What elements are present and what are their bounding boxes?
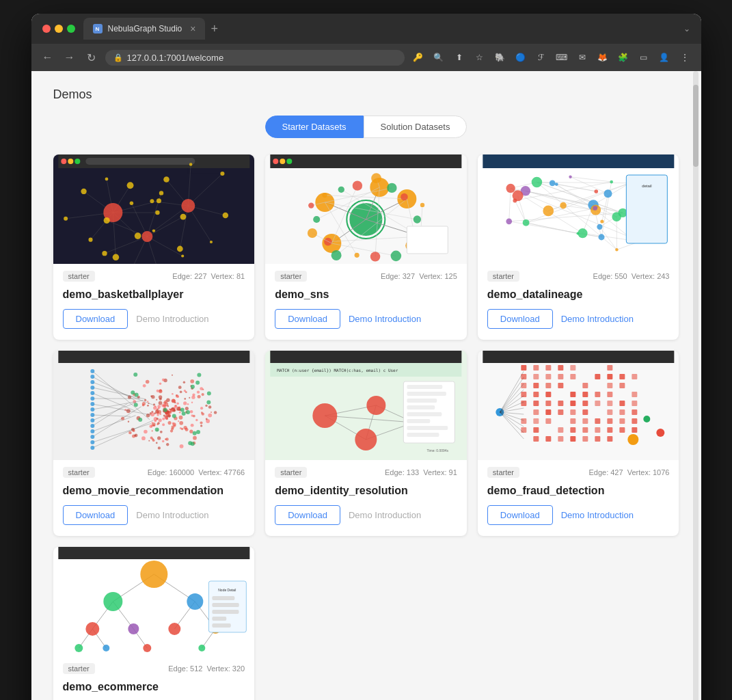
download-button[interactable]: Download [487,505,553,525]
svg-rect-507 [619,401,625,406]
svg-point-289 [178,386,181,389]
svg-text:Node Detail: Node Detail [218,588,236,592]
refresh-button[interactable]: ↻ [83,51,100,64]
svg-point-44 [102,251,107,256]
avatar-icon[interactable]: 👤 [656,49,673,66]
svg-rect-524 [619,418,625,424]
forward-button[interactable]: → [62,51,78,64]
svg-point-327 [156,412,159,414]
svg-point-3 [74,159,80,164]
browser-tab[interactable]: N NebulaGraph Studio × [83,18,206,40]
demo-badge: starter [275,271,307,282]
demo-stats: Edge: 133 Vertex: 91 [385,468,457,476]
demo-preview-demo_movie_recommendation [53,351,255,460]
svg-point-455 [366,396,385,415]
search-icon[interactable]: 🔍 [431,49,447,66]
svg-rect-511 [558,409,563,415]
svg-point-389 [196,390,199,393]
svg-rect-526 [521,427,526,433]
svg-rect-504 [582,401,588,406]
ext4-icon[interactable]: ⌨ [554,49,570,66]
star-icon[interactable]: ☆ [472,49,488,66]
svg-point-359 [190,424,193,427]
svg-point-56 [180,214,186,220]
svg-rect-58 [270,154,461,168]
svg-rect-462 [407,405,435,409]
svg-point-48 [81,189,86,194]
svg-point-178 [555,183,558,186]
svg-rect-505 [595,401,600,406]
svg-point-348 [159,389,161,392]
demo-card-demo_sns: starter Edge: 327 Vertex: 125 demo_sns D… [265,154,467,340]
svg-point-181 [612,212,621,221]
svg-text:Time: 0.0094s: Time: 0.0094s [427,448,449,453]
starter-datasets-tab[interactable]: Starter Datasets [265,116,364,138]
ext5-icon[interactable]: ✉ [574,49,591,66]
url-text: 127.0.0.1:7001/welcome [127,53,224,63]
close-button[interactable] [42,25,51,33]
demo-card-demo_ecommerce: Node Detail starter Edge: 512 Vertex: 32… [53,547,255,700]
download-button[interactable]: Download [487,309,553,329]
maximize-button[interactable] [67,25,75,33]
svg-point-572 [187,593,203,610]
svg-rect-490 [619,383,625,388]
svg-line-395 [92,371,150,420]
demo-name: demo_fraud_detection [478,481,679,505]
svg-line-147 [570,177,611,182]
demo-intro-button[interactable]: Demo Introduction [349,314,421,324]
address-bar[interactable]: 🔒 127.0.0.1:7001/welcome [105,50,405,66]
svg-point-260 [191,414,193,416]
key-icon[interactable]: 🔑 [410,49,426,66]
demos-grid: starter Edge: 227 Vertex: 81 demo_basket… [53,154,679,700]
scrollbar[interactable] [693,71,699,700]
tab-close-button[interactable]: × [190,23,195,34]
ext7-icon[interactable]: 🧩 [615,49,632,66]
toolbar-icons: 🔑 🔍 ⬆ ☆ 🐘 🔵 ℱ ⌨ ✉ 🦊 🧩 ▭ 👤 ⋮ [410,49,693,66]
svg-point-440 [192,431,196,435]
svg-rect-514 [607,409,612,415]
new-tab-button[interactable]: + [211,22,218,36]
svg-rect-584 [212,603,239,607]
ext1-icon[interactable]: 🐘 [492,49,509,66]
svg-point-46 [150,199,154,203]
demo-intro-button[interactable]: Demo Introduction [561,510,634,520]
ext6-icon[interactable]: 🦊 [595,49,611,66]
solution-datasets-tab[interactable]: Solution Datasets [364,116,467,138]
svg-point-414 [90,418,94,422]
svg-rect-472 [558,365,563,371]
download-button[interactable]: Download [63,505,128,525]
share-icon[interactable]: ⬆ [451,49,467,66]
download-button[interactable]: Download [275,309,340,329]
ext3-icon[interactable]: ℱ [533,49,550,66]
window-controls[interactable]: ⌄ [683,24,690,33]
demo-intro-button: Demo Introduction [349,510,421,520]
menu-icon[interactable]: ⋮ [677,49,693,66]
svg-point-336 [164,400,167,403]
svg-point-556 [627,434,638,445]
svg-point-32 [141,231,152,242]
svg-point-402 [90,386,94,390]
download-button[interactable]: Download [275,505,340,525]
svg-rect-512 [570,409,575,415]
demo-preview-demo_ecommerce: Node Detail [53,547,255,656]
svg-point-266 [178,412,180,414]
download-button[interactable]: Download [63,309,128,329]
ext2-icon[interactable]: 🔵 [513,49,529,66]
svg-point-237 [179,421,183,425]
demo-preview-demo_basketballplayer [53,154,255,264]
svg-line-554 [500,412,524,433]
svg-line-419 [92,407,141,437]
svg-line-129 [526,208,595,222]
svg-point-575 [168,623,180,635]
svg-rect-492 [533,392,539,397]
scrollbar-thumb[interactable] [693,85,699,167]
minimize-button[interactable] [55,25,63,33]
svg-point-385 [182,381,185,383]
svg-point-337 [157,436,161,440]
svg-point-169 [604,189,612,198]
back-button[interactable]: ← [40,51,56,64]
svg-rect-510 [545,409,551,415]
demo-intro-button[interactable]: Demo Introduction [561,314,634,324]
svg-rect-470 [533,365,539,371]
sidebar-icon[interactable]: ▭ [636,49,652,66]
